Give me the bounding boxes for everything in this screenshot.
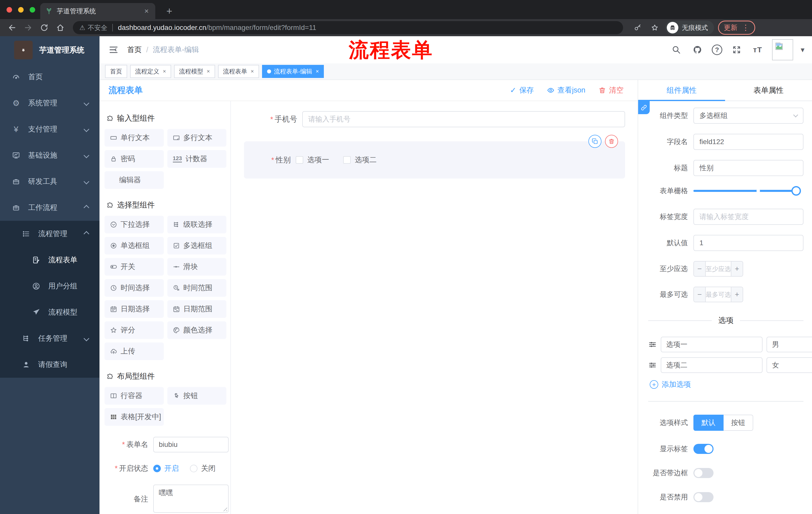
- close-window-button[interactable]: [6, 7, 12, 12]
- add-option-button[interactable]: + 添加选项: [650, 379, 804, 389]
- palette-item-date-range[interactable]: 日期范围: [167, 300, 227, 318]
- palette-item-rate[interactable]: 评分: [105, 321, 164, 339]
- search-icon[interactable]: [670, 43, 683, 57]
- status-radio-off[interactable]: 关闭: [190, 463, 215, 474]
- sidebar-item-process-model[interactable]: 流程模型: [0, 299, 99, 325]
- title-input[interactable]: [693, 160, 804, 176]
- drag-handle-icon[interactable]: [648, 361, 657, 370]
- home-button[interactable]: [53, 21, 67, 35]
- gender-option-2[interactable]: 选项二: [343, 155, 377, 165]
- stepper-value[interactable]: 至少应选: [706, 262, 731, 276]
- sidebar-item-infra[interactable]: 基础设施: [0, 142, 99, 168]
- palette-item-time-picker[interactable]: 时间选择: [105, 279, 164, 297]
- breadcrumb-home[interactable]: 首页: [127, 45, 142, 55]
- avatar[interactable]: [772, 39, 793, 60]
- palette-item-radio-group[interactable]: 单选框组: [105, 237, 164, 254]
- back-button[interactable]: [5, 21, 19, 35]
- canvas-field-gender-selected[interactable]: *性别 选项一 选项二: [244, 141, 625, 179]
- palette-item-row-container[interactable]: 行容器: [105, 387, 164, 405]
- security-label[interactable]: 不安全: [88, 23, 107, 32]
- label-width-input[interactable]: [693, 209, 804, 225]
- palette-item-time-range[interactable]: 时间范围: [167, 279, 227, 297]
- phone-input[interactable]: [302, 111, 625, 127]
- stepper-decrease-button[interactable]: −: [694, 262, 706, 276]
- forward-button[interactable]: [21, 21, 35, 35]
- save-button[interactable]: ✓ 保存: [510, 85, 534, 95]
- palette-item-counter[interactable]: 123 计数器: [167, 150, 227, 168]
- palette-item-button[interactable]: 按钮: [167, 387, 227, 405]
- browser-tab[interactable]: 芋道管理系统 ×: [40, 3, 155, 19]
- sidebar-collapse-icon[interactable]: [107, 45, 121, 55]
- canvas-field-phone[interactable]: *手机号: [244, 111, 625, 127]
- status-radio-on[interactable]: 开启: [153, 463, 179, 474]
- tag-process-form[interactable]: 流程表单 ×: [218, 65, 259, 78]
- component-type-select[interactable]: 多选框组: [693, 108, 804, 124]
- close-icon[interactable]: ×: [251, 69, 254, 74]
- tag-process-model[interactable]: 流程模型 ×: [174, 65, 215, 78]
- tab-component-props[interactable]: 组件属性: [638, 80, 725, 101]
- palette-item-single-text[interactable]: 单行文本: [105, 129, 164, 146]
- disabled-toggle[interactable]: [693, 492, 714, 502]
- sidebar-item-system[interactable]: ⚙ 系统管理: [0, 90, 99, 116]
- help-icon[interactable]: ?: [712, 45, 722, 55]
- border-toggle[interactable]: [693, 468, 714, 478]
- close-icon[interactable]: ×: [163, 69, 166, 74]
- delete-field-button[interactable]: [605, 135, 618, 148]
- sidebar-item-user-group[interactable]: 用户分组: [0, 273, 99, 299]
- palette-item-checkbox-group[interactable]: 多选框组: [167, 237, 227, 254]
- clear-button[interactable]: 清空: [599, 85, 624, 95]
- palette-item-select[interactable]: 下拉选择: [105, 216, 164, 233]
- copy-field-button[interactable]: [588, 135, 602, 148]
- tag-process-definition[interactable]: 流程定义 ×: [130, 65, 171, 78]
- palette-item-slider[interactable]: 滑块: [167, 258, 227, 276]
- style-button-button[interactable]: 按钮: [724, 415, 753, 431]
- form-name-input[interactable]: [153, 437, 229, 452]
- sidebar-logo[interactable]: 芋道管理系统: [0, 36, 99, 64]
- stepper-increase-button[interactable]: +: [731, 287, 743, 302]
- browser-menu-icon[interactable]: ⋮: [742, 24, 749, 31]
- palette-item-editor[interactable]: 编辑器: [105, 171, 164, 189]
- update-label[interactable]: 更新: [724, 23, 737, 32]
- default-value-input[interactable]: [693, 235, 804, 251]
- stepper-decrease-button[interactable]: −: [694, 287, 706, 302]
- update-button[interactable]: 更新 ⋮: [718, 21, 755, 35]
- palette-item-cascader[interactable]: 级联选择: [167, 216, 227, 233]
- checkbox[interactable]: [296, 156, 303, 164]
- sidebar-item-home[interactable]: 首页: [0, 64, 99, 90]
- checkbox[interactable]: [343, 156, 351, 164]
- stepper-increase-button[interactable]: +: [731, 262, 743, 276]
- form-grid-slider[interactable]: [693, 190, 797, 192]
- tag-process-form-edit[interactable]: 流程表单-编辑 ×: [262, 65, 324, 78]
- minimize-window-button[interactable]: [18, 7, 24, 12]
- option-label-input[interactable]: [661, 337, 762, 352]
- sidebar-item-process-form[interactable]: 流程表单: [0, 247, 99, 273]
- address-bar[interactable]: ⚠ 不安全 dashboard.yudao.iocoder.cn/bpm/man…: [73, 21, 623, 34]
- style-default-button[interactable]: 默认: [693, 415, 724, 431]
- close-icon[interactable]: ×: [316, 69, 319, 74]
- github-icon[interactable]: [691, 43, 704, 57]
- password-key-icon[interactable]: [631, 21, 644, 34]
- fullscreen-icon[interactable]: [730, 43, 744, 57]
- palette-item-multi-text[interactable]: 多行文本: [167, 129, 227, 146]
- palette-item-switch[interactable]: 开关: [105, 258, 164, 276]
- close-tab-icon[interactable]: ×: [143, 7, 150, 15]
- sidebar-item-payment[interactable]: ¥ 支付管理: [0, 116, 99, 142]
- option-label-input[interactable]: [661, 357, 762, 373]
- palette-item-color-picker[interactable]: 颜色选择: [167, 321, 227, 339]
- palette-item-table[interactable]: 表格[开发中]: [105, 408, 164, 426]
- close-icon[interactable]: ×: [207, 69, 210, 74]
- zoom-window-button[interactable]: [30, 7, 35, 12]
- reload-button[interactable]: [37, 21, 51, 35]
- gender-option-1[interactable]: 选项一: [296, 155, 329, 165]
- tab-form-props[interactable]: 表单属性: [725, 80, 812, 101]
- field-binding-handle[interactable]: [638, 101, 650, 114]
- sidebar-item-task-mgmt[interactable]: 任务管理: [0, 325, 99, 352]
- sidebar-item-leave-query[interactable]: 请假查询: [0, 352, 99, 378]
- sidebar-item-process-mgmt[interactable]: 流程管理: [0, 221, 99, 247]
- view-json-button[interactable]: 查看json: [547, 85, 585, 95]
- font-size-icon[interactable]: ᴛT: [751, 43, 764, 57]
- sidebar-item-workflow[interactable]: 工作流程: [0, 195, 99, 221]
- bookmark-star-icon[interactable]: [648, 21, 661, 34]
- sidebar-item-devtools[interactable]: 研发工具: [0, 168, 99, 195]
- option-value-input[interactable]: [766, 357, 812, 373]
